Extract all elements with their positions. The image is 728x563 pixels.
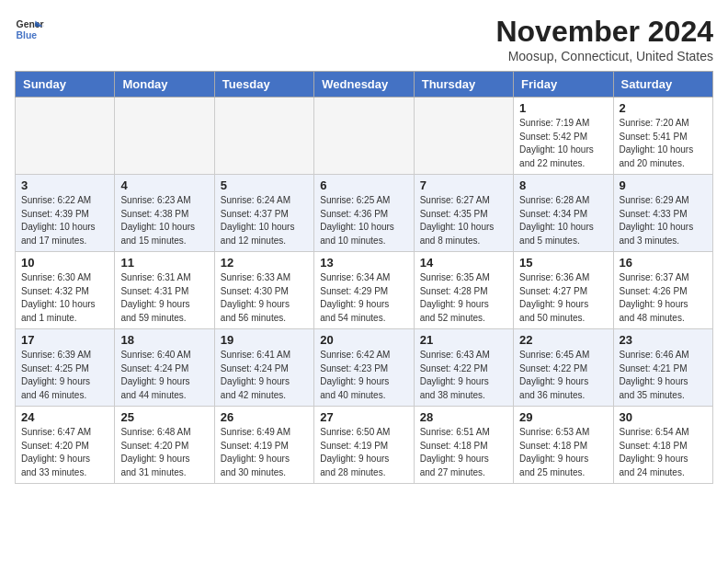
day-info: Sunrise: 6:53 AM Sunset: 4:18 PM Dayligh… [519, 426, 607, 479]
header-friday: Friday [514, 72, 613, 98]
calendar-cell: 15Sunrise: 6:36 AM Sunset: 4:27 PM Dayli… [514, 252, 613, 329]
logo-icon: General Blue [15, 15, 44, 44]
day-number: 20 [320, 333, 407, 347]
day-info: Sunrise: 6:45 AM Sunset: 4:22 PM Dayligh… [519, 349, 607, 402]
day-number: 13 [320, 256, 407, 270]
svg-text:Blue: Blue [17, 30, 38, 40]
location: Moosup, Connecticut, United States [495, 49, 713, 63]
calendar-cell: 7Sunrise: 6:27 AM Sunset: 4:35 PM Daylig… [414, 175, 513, 252]
day-number: 10 [21, 256, 108, 270]
header-wednesday: Wednesday [314, 72, 414, 98]
day-info: Sunrise: 6:40 AM Sunset: 4:24 PM Dayligh… [120, 349, 208, 402]
day-info: Sunrise: 6:47 AM Sunset: 4:20 PM Dayligh… [21, 426, 108, 479]
day-info: Sunrise: 6:46 AM Sunset: 4:21 PM Dayligh… [620, 349, 707, 402]
calendar-cell: 6Sunrise: 6:25 AM Sunset: 4:36 PM Daylig… [314, 175, 414, 252]
calendar-cell: 14Sunrise: 6:35 AM Sunset: 4:28 PM Dayli… [414, 252, 513, 329]
day-info: Sunrise: 6:36 AM Sunset: 4:27 PM Dayligh… [519, 271, 607, 325]
day-info: Sunrise: 6:27 AM Sunset: 4:35 PM Dayligh… [420, 194, 507, 247]
calendar-cell: 4Sunrise: 6:23 AM Sunset: 4:38 PM Daylig… [115, 175, 214, 252]
day-info: Sunrise: 6:25 AM Sunset: 4:36 PM Dayligh… [320, 194, 407, 247]
page-header: General Blue General Blue November 2024 … [15, 15, 713, 63]
day-info: Sunrise: 6:23 AM Sunset: 4:38 PM Dayligh… [120, 194, 208, 247]
day-number: 11 [120, 256, 208, 270]
title-section: November 2024 Moosup, Connecticut, Unite… [495, 15, 713, 63]
day-number: 7 [420, 178, 507, 192]
logo: General Blue General Blue [15, 15, 44, 44]
calendar-cell: 18Sunrise: 6:40 AM Sunset: 4:24 PM Dayli… [115, 329, 214, 407]
day-number: 9 [620, 178, 707, 192]
calendar-cell: 12Sunrise: 6:33 AM Sunset: 4:30 PM Dayli… [214, 252, 313, 329]
calendar-week-row: 1Sunrise: 7:19 AM Sunset: 5:42 PM Daylig… [16, 98, 713, 175]
calendar-cell: 17Sunrise: 6:39 AM Sunset: 4:25 PM Dayli… [16, 329, 115, 407]
day-number: 29 [519, 410, 607, 424]
calendar-cell: 29Sunrise: 6:53 AM Sunset: 4:18 PM Dayli… [514, 407, 613, 484]
day-number: 3 [21, 178, 108, 192]
day-number: 27 [320, 410, 407, 424]
calendar-cell: 8Sunrise: 6:28 AM Sunset: 4:34 PM Daylig… [514, 175, 613, 252]
calendar-cell: 3Sunrise: 6:22 AM Sunset: 4:39 PM Daylig… [16, 175, 115, 252]
day-info: Sunrise: 6:22 AM Sunset: 4:39 PM Dayligh… [21, 194, 108, 247]
day-info: Sunrise: 6:33 AM Sunset: 4:30 PM Dayligh… [221, 271, 308, 325]
day-number: 4 [120, 178, 208, 192]
day-info: Sunrise: 6:31 AM Sunset: 4:31 PM Dayligh… [120, 271, 208, 325]
day-info: Sunrise: 6:35 AM Sunset: 4:28 PM Dayligh… [420, 271, 507, 325]
day-number: 24 [21, 410, 108, 424]
day-info: Sunrise: 6:30 AM Sunset: 4:32 PM Dayligh… [21, 271, 108, 325]
header-saturday: Saturday [613, 72, 712, 98]
day-info: Sunrise: 6:42 AM Sunset: 4:23 PM Dayligh… [320, 349, 407, 402]
day-info: Sunrise: 7:20 AM Sunset: 5:41 PM Dayligh… [620, 117, 707, 170]
calendar-cell [214, 98, 313, 175]
day-info: Sunrise: 6:39 AM Sunset: 4:25 PM Dayligh… [21, 349, 108, 402]
day-number: 22 [519, 333, 607, 347]
calendar-cell [314, 98, 414, 175]
day-info: Sunrise: 6:50 AM Sunset: 4:19 PM Dayligh… [320, 426, 407, 479]
calendar-cell [115, 98, 214, 175]
calendar-cell: 11Sunrise: 6:31 AM Sunset: 4:31 PM Dayli… [115, 252, 214, 329]
calendar-week-row: 24Sunrise: 6:47 AM Sunset: 4:20 PM Dayli… [16, 407, 713, 484]
day-info: Sunrise: 6:49 AM Sunset: 4:19 PM Dayligh… [221, 426, 308, 479]
calendar-cell: 13Sunrise: 6:34 AM Sunset: 4:29 PM Dayli… [314, 252, 414, 329]
day-info: Sunrise: 6:24 AM Sunset: 4:37 PM Dayligh… [221, 194, 308, 247]
day-info: Sunrise: 6:51 AM Sunset: 4:18 PM Dayligh… [420, 426, 507, 479]
calendar-cell: 30Sunrise: 6:54 AM Sunset: 4:18 PM Dayli… [613, 407, 712, 484]
calendar-cell: 5Sunrise: 6:24 AM Sunset: 4:37 PM Daylig… [214, 175, 313, 252]
day-info: Sunrise: 6:28 AM Sunset: 4:34 PM Dayligh… [519, 194, 607, 247]
day-info: Sunrise: 7:19 AM Sunset: 5:42 PM Dayligh… [519, 117, 607, 170]
month-title: November 2024 [495, 15, 713, 49]
calendar-cell: 21Sunrise: 6:43 AM Sunset: 4:22 PM Dayli… [414, 329, 513, 407]
calendar-cell: 22Sunrise: 6:45 AM Sunset: 4:22 PM Dayli… [514, 329, 613, 407]
calendar-cell: 2Sunrise: 7:20 AM Sunset: 5:41 PM Daylig… [613, 98, 712, 175]
calendar-cell: 23Sunrise: 6:46 AM Sunset: 4:21 PM Dayli… [613, 329, 712, 407]
day-number: 16 [620, 256, 707, 270]
header-monday: Monday [115, 72, 214, 98]
calendar-cell: 9Sunrise: 6:29 AM Sunset: 4:33 PM Daylig… [613, 175, 712, 252]
calendar-cell [414, 98, 513, 175]
calendar-cell [16, 98, 115, 175]
day-number: 1 [519, 101, 607, 115]
day-number: 25 [120, 410, 208, 424]
calendar-week-row: 17Sunrise: 6:39 AM Sunset: 4:25 PM Dayli… [16, 329, 713, 407]
day-info: Sunrise: 6:54 AM Sunset: 4:18 PM Dayligh… [620, 426, 707, 479]
calendar-cell: 27Sunrise: 6:50 AM Sunset: 4:19 PM Dayli… [314, 407, 414, 484]
weekday-header-row: Sunday Monday Tuesday Wednesday Thursday… [16, 72, 713, 98]
day-info: Sunrise: 6:43 AM Sunset: 4:22 PM Dayligh… [420, 349, 507, 402]
header-sunday: Sunday [16, 72, 115, 98]
day-info: Sunrise: 6:37 AM Sunset: 4:26 PM Dayligh… [620, 271, 707, 325]
header-tuesday: Tuesday [214, 72, 313, 98]
day-number: 8 [519, 178, 607, 192]
calendar-cell: 10Sunrise: 6:30 AM Sunset: 4:32 PM Dayli… [16, 252, 115, 329]
day-info: Sunrise: 6:29 AM Sunset: 4:33 PM Dayligh… [620, 194, 707, 247]
day-number: 2 [620, 101, 707, 115]
calendar-cell: 28Sunrise: 6:51 AM Sunset: 4:18 PM Dayli… [414, 407, 513, 484]
calendar-cell: 26Sunrise: 6:49 AM Sunset: 4:19 PM Dayli… [214, 407, 313, 484]
calendar-cell: 19Sunrise: 6:41 AM Sunset: 4:24 PM Dayli… [214, 329, 313, 407]
calendar-cell: 25Sunrise: 6:48 AM Sunset: 4:20 PM Dayli… [115, 407, 214, 484]
calendar: Sunday Monday Tuesday Wednesday Thursday… [15, 71, 713, 484]
day-info: Sunrise: 6:34 AM Sunset: 4:29 PM Dayligh… [320, 271, 407, 325]
calendar-cell: 24Sunrise: 6:47 AM Sunset: 4:20 PM Dayli… [16, 407, 115, 484]
calendar-week-row: 10Sunrise: 6:30 AM Sunset: 4:32 PM Dayli… [16, 252, 713, 329]
day-number: 28 [420, 410, 507, 424]
calendar-cell: 16Sunrise: 6:37 AM Sunset: 4:26 PM Dayli… [613, 252, 712, 329]
day-number: 19 [221, 333, 308, 347]
day-number: 21 [420, 333, 507, 347]
